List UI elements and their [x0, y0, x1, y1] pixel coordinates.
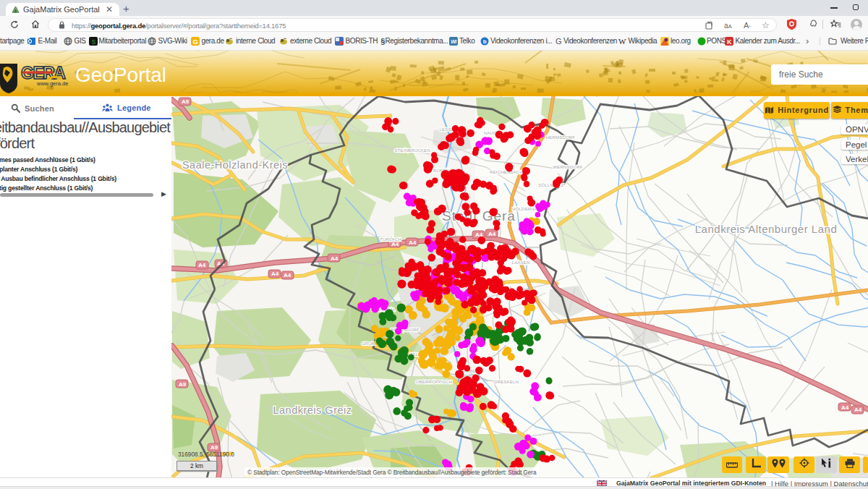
- svg-text:K: K: [726, 38, 731, 46]
- svg-text:Saale-Holzland-Kreis: Saale-Holzland-Kreis: [182, 159, 288, 171]
- svg-text:A4: A4: [331, 255, 339, 262]
- svg-text:A9: A9: [210, 444, 218, 451]
- svg-text:DRESKELN: DRESKELN: [494, 380, 519, 384]
- svg-text:OBERRÖPPISCH: OBERRÖPPISCH: [416, 380, 453, 384]
- svg-text:A4: A4: [409, 239, 417, 246]
- svg-text:WERNSDORF: WERNSDORF: [553, 165, 582, 169]
- svg-text:REICHENBACH: REICHENBACH: [490, 170, 523, 174]
- svg-text:W: W: [618, 37, 626, 46]
- svg-text:b: b: [483, 38, 487, 45]
- svg-text:Landkreis Greiz: Landkreis Greiz: [273, 404, 352, 416]
- svg-text:S: S: [91, 38, 95, 46]
- svg-text:STEINBRÜCKEN: STEINBRÜCKEN: [394, 148, 430, 153]
- svg-text:A4: A4: [854, 407, 862, 413]
- svg-text:G: G: [192, 38, 197, 46]
- svg-text:G: G: [556, 37, 561, 46]
- svg-text:A4: A4: [198, 262, 206, 268]
- svg-text:A4: A4: [284, 272, 292, 278]
- svg-text:A4: A4: [841, 404, 849, 411]
- svg-text:HERMSDORF: HERMSDORF: [546, 135, 576, 140]
- svg-text:§: §: [380, 37, 385, 46]
- svg-text:A9: A9: [179, 381, 187, 388]
- svg-text:A4: A4: [391, 241, 399, 247]
- svg-text:A4: A4: [271, 271, 279, 277]
- svg-text:TURLACH: TURLACH: [380, 237, 401, 242]
- svg-text:LAASEN: LAASEN: [512, 260, 530, 265]
- svg-text:A4: A4: [488, 231, 496, 237]
- svg-text:A9: A9: [182, 98, 190, 105]
- svg-text:Landkreis Altenburger Land: Landkreis Altenburger Land: [695, 223, 837, 235]
- svg-text:www.gera.de: www.gera.de: [36, 80, 68, 87]
